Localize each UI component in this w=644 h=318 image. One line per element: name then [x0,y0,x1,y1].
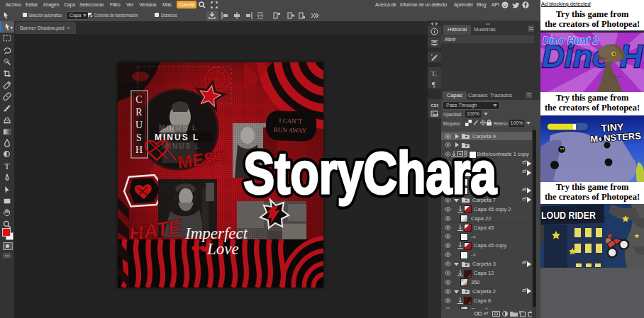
svg-text:R: R [135,107,143,118]
svg-text:Love: Love [206,240,239,258]
svg-text:Dino Hunt 2: Dino Hunt 2 [543,35,599,46]
svg-text:T: T [4,162,10,171]
svg-text:I CAN’T: I CAN’T [279,117,303,125]
svg-text:RUN AWAY: RUN AWAY [274,126,307,135]
svg-text:t: t [435,73,437,77]
svg-text:¶: ¶ [432,81,435,89]
svg-text:S: S [136,132,142,143]
svg-text:U: U [135,120,143,130]
svg-text:H: H [135,144,143,155]
svg-text:LOUD RIDER: LOUD RIDER [541,210,596,221]
svg-text:C: C [135,94,142,105]
svg-text:MINUS L: MINUS L [159,124,198,132]
